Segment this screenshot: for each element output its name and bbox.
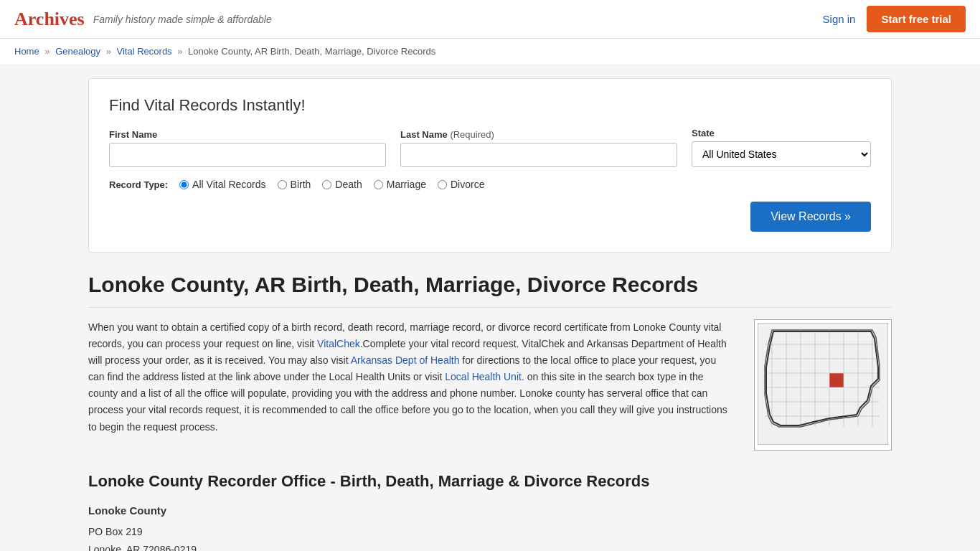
section2-heading: Lonoke County Recorder Office - Birth, D… [88, 472, 892, 491]
first-name-field-group: First Name [109, 129, 386, 167]
search-fields: First Name Last Name (Required) State Al… [109, 128, 871, 167]
last-name-field-group: Last Name (Required) [400, 129, 677, 167]
vitalchek-link[interactable]: VitalChek. [317, 338, 363, 349]
radio-label-divorce: Divorce [451, 179, 484, 190]
radio-input-marriage[interactable] [374, 180, 383, 189]
county-info: Lonoke County PO Box 219 Lonoke, AR 7208… [88, 501, 892, 551]
state-label: State [692, 128, 871, 138]
sign-in-link[interactable]: Sign in [823, 13, 856, 25]
breadcrumb-current: Lonoke County, AR Birth, Death, Marriage… [188, 46, 435, 57]
county-name: Lonoke County [88, 501, 892, 520]
state-select[interactable]: All United States Alabama Alaska Arkansa… [692, 141, 871, 167]
radio-input-divorce[interactable] [438, 180, 447, 189]
last-name-label: Last Name (Required) [400, 129, 677, 140]
breadcrumb: Home » Genealogy » Vital Records » Lonok… [0, 39, 980, 64]
breadcrumb-sep1: » [44, 46, 50, 57]
record-type-label: Record Type: [109, 179, 168, 190]
content-area: When you want to obtain a certified copy… [88, 319, 892, 451]
search-box: Find Vital Records Instantly! First Name… [88, 78, 892, 253]
start-trial-button[interactable]: Start free trial [867, 6, 966, 32]
radio-label-all: All Vital Records [192, 179, 265, 190]
breadcrumb-sep2: » [106, 46, 111, 57]
header-right: Sign in Start free trial [823, 6, 966, 32]
record-type-row: Record Type: All Vital Records Birth Dea… [109, 179, 871, 190]
radio-input-all[interactable] [179, 180, 189, 189]
state-field-group: State All United States Alabama Alaska A… [692, 128, 871, 167]
map-area [754, 319, 892, 451]
breadcrumb-vital-records[interactable]: Vital Records [117, 46, 172, 57]
header-left: Archives Family history made simple & af… [14, 9, 272, 30]
site-header: Archives Family history made simple & af… [0, 0, 980, 39]
svg-rect-15 [829, 373, 844, 387]
search-title: Find Vital Records Instantly! [109, 96, 871, 115]
radio-label-marriage: Marriage [387, 179, 426, 190]
site-tagline: Family history made simple & affordable [93, 14, 272, 25]
radio-death[interactable]: Death [322, 179, 362, 190]
radio-label-death: Death [335, 179, 362, 190]
radio-input-birth[interactable] [278, 180, 287, 189]
breadcrumb-sep3: » [177, 46, 182, 57]
first-name-input[interactable] [109, 143, 386, 167]
radio-label-birth: Birth [291, 179, 311, 190]
content-text: When you want to obtain a certified copy… [88, 319, 734, 451]
radio-input-death[interactable] [322, 180, 331, 189]
address-line1: PO Box 219 [88, 523, 892, 541]
radio-marriage[interactable]: Marriage [374, 179, 426, 190]
body-paragraph: When you want to obtain a certified copy… [88, 319, 734, 435]
breadcrumb-genealogy[interactable]: Genealogy [55, 46, 100, 57]
address-line2: Lonoke, AR 72086-0219 [88, 541, 892, 551]
view-records-button[interactable]: View Records » [750, 202, 871, 232]
section2: Lonoke County Recorder Office - Birth, D… [88, 472, 892, 551]
page-title: Lonoke County, AR Birth, Death, Marriage… [88, 273, 892, 308]
arkansas-map [754, 319, 892, 451]
first-name-label: First Name [109, 129, 386, 140]
arkansas-dept-link[interactable]: Arkansas Dept of Health [351, 354, 460, 366]
radio-birth[interactable]: Birth [278, 179, 311, 190]
radio-divorce[interactable]: Divorce [438, 179, 484, 190]
main-content: Find Vital Records Instantly! First Name… [74, 64, 906, 551]
local-health-unit-link[interactable]: Local Health Unit. [445, 371, 524, 382]
breadcrumb-home[interactable]: Home [14, 46, 39, 57]
radio-all-vital-records[interactable]: All Vital Records [179, 179, 265, 190]
ar-map-svg [758, 323, 888, 445]
svg-rect-0 [758, 323, 888, 445]
site-logo: Archives [14, 9, 85, 30]
last-name-input[interactable] [400, 143, 677, 167]
